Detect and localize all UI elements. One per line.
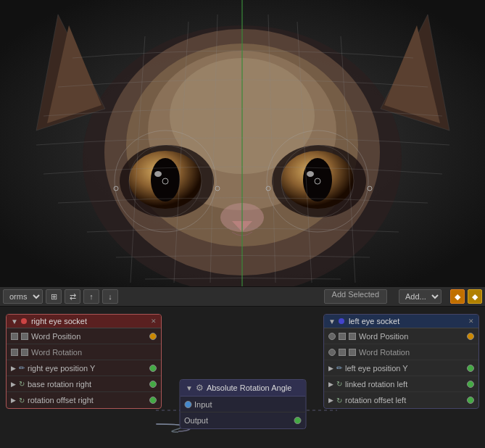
node-editor: ▼ right eye socket ✕ Word Position Word … [0, 307, 485, 448]
left-node-word-rotation-row: Word Rotation [7, 344, 161, 360]
right-socket-wp-left [328, 333, 336, 340]
right-node-rotation-offset-label: rotation offset left [345, 396, 464, 405]
orange-button[interactable]: ◆ [450, 289, 465, 304]
toolbar: ormsorms ⊞ ⇄ ↑ ↓ Add Selected Add... ◆ ◆ [0, 286, 485, 307]
left-socket-wp-left [11, 333, 18, 340]
right-node-collapse[interactable]: ▼ [328, 318, 336, 325]
left-socket-wp-right [149, 333, 157, 340]
left-node-header: ▼ right eye socket ✕ [7, 315, 161, 328]
gear-icon: ⚙ [196, 383, 204, 393]
center-output-socket [294, 417, 301, 424]
right-rot-offset-refresh: ↻ [336, 397, 342, 405]
add-dropdown[interactable]: Add... [399, 289, 442, 304]
right-node-eye-position-row: ▶ ✏ left eye position Y [324, 360, 478, 376]
left-socket-wr-left [11, 349, 18, 356]
svg-point-17 [307, 171, 314, 177]
toolbar-dropdown[interactable]: ormsorms [3, 289, 43, 304]
left-node: ▼ right eye socket ✕ Word Position Word … [6, 314, 162, 409]
center-node-collapse[interactable]: ▼ [186, 384, 193, 392]
svg-point-16 [303, 158, 332, 202]
center-node-title: Absolute Rotation Angle [207, 383, 299, 392]
yellow-button[interactable]: ◆ [468, 289, 482, 304]
right-socket-wp-right [467, 333, 474, 340]
left-node-rotation-offset-label: rotation offset right [28, 396, 146, 405]
left-node-world-position-label: Word Position [31, 332, 146, 341]
right-socket-wr-sq2 [349, 349, 356, 356]
right-node-word-rotation-row: Word Rotation [324, 344, 478, 360]
center-input-socket [184, 401, 191, 408]
right-node-world-position-label: Word Position [359, 332, 464, 341]
left-rot-offset-arrow[interactable]: ▶ [11, 397, 16, 404]
left-node-eye-position-row: ▶ ✏ right eye position Y [7, 360, 161, 376]
left-node-rotation-offset-row: ▶ ↻ rotation offset right [7, 392, 161, 408]
left-node-word-position-row: Word Position [7, 328, 161, 344]
left-node-eye-position-label: right eye position Y [28, 364, 146, 373]
left-eye-pos-arrow[interactable]: ▶ [11, 365, 16, 372]
center-node: ▼ ⚙ Absolute Rotation Angle Input Output [179, 379, 306, 429]
right-node-world-rotation-label: Word Rotation [359, 348, 474, 357]
right-socket-wp-sq2 [349, 333, 356, 340]
left-node-base-rotation-label: base rotation right [28, 380, 146, 389]
svg-point-12 [151, 158, 180, 202]
left-socket-wp-left2 [21, 333, 28, 340]
right-node-linked-rotation-label: linked rotation left [345, 380, 464, 389]
left-base-rot-arrow[interactable]: ▶ [11, 381, 16, 388]
right-socket-rot-offset [467, 397, 474, 404]
right-socket-wr-left [328, 349, 336, 356]
center-node-input-row: Input [180, 397, 305, 412]
right-socket-eye-pos [467, 365, 474, 372]
right-node-title: left eye socket [349, 317, 465, 325]
right-node-eye-position-label: left eye position Y [345, 364, 464, 373]
down-button[interactable]: ↓ [102, 289, 118, 304]
left-base-rot-refresh: ↻ [19, 380, 25, 388]
right-socket-wp-sq [339, 333, 346, 340]
left-socket-rot-offset [149, 397, 157, 404]
right-socket-wr-sq [339, 349, 346, 356]
up-button[interactable]: ↑ [83, 289, 99, 304]
left-node-collapse[interactable]: ▼ [11, 318, 18, 325]
right-node-header: ▼ left eye socket ✕ [324, 315, 478, 328]
right-node-word-position-row: Word Position [324, 328, 478, 344]
right-node: ▼ left eye socket ✕ Word Position Word R… [323, 314, 479, 409]
right-eye-pos-arrow[interactable]: ▶ [328, 365, 333, 372]
grid-view-button[interactable]: ⊞ [46, 289, 62, 304]
right-rot-offset-arrow[interactable]: ▶ [328, 397, 333, 404]
add-selected-button[interactable]: Add Selected [324, 289, 387, 304]
left-rot-offset-refresh: ↻ [19, 397, 25, 405]
center-node-input-label: Input [194, 400, 301, 409]
center-node-output-row: Output [180, 412, 305, 428]
right-node-linked-rotation-row: ▶ ↻ linked rotation left [324, 376, 478, 392]
left-socket-wr-left2 [21, 349, 28, 356]
right-node-rotation-offset-row: ▶ ↻ rotation offset left [324, 392, 478, 408]
left-socket-eye-pos [149, 365, 157, 372]
sync-button[interactable]: ⇄ [65, 289, 80, 304]
left-node-title: right eye socket [31, 317, 148, 325]
svg-point-13 [154, 171, 162, 177]
right-linked-rot-refresh: ↻ [336, 380, 342, 388]
viewport [0, 0, 485, 286]
left-node-base-rotation-row: ▶ ↻ base rotation right [7, 376, 161, 392]
right-socket-linked-rot [467, 381, 474, 388]
left-node-world-rotation-label: Word Rotation [31, 348, 157, 357]
left-socket-base-rot [149, 381, 157, 388]
center-node-header: ▼ ⚙ Absolute Rotation Angle [180, 380, 305, 397]
center-node-output-label: Output [184, 416, 291, 425]
right-linked-rot-arrow[interactable]: ▶ [328, 381, 333, 388]
